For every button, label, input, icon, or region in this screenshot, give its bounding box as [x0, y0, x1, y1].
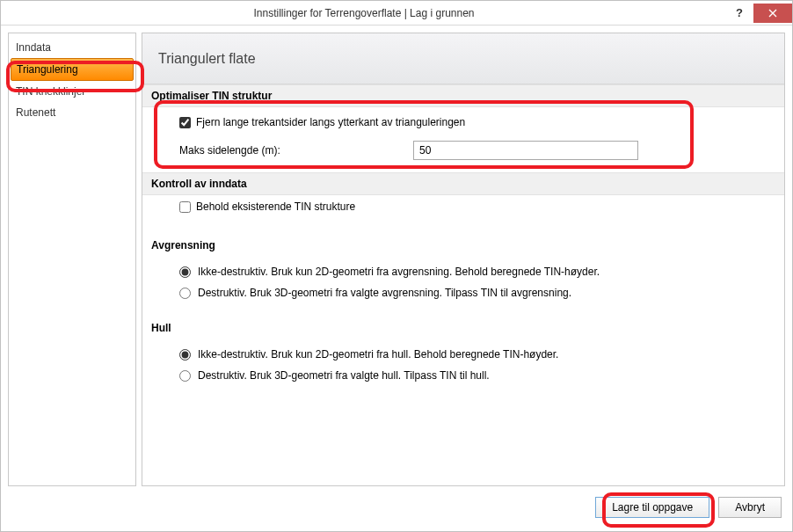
close-icon	[768, 9, 777, 18]
sidebar-item-rutenett[interactable]: Rutenett	[11, 102, 134, 123]
control-section-title: Kontroll av inndata	[142, 172, 784, 195]
max-side-length-label: Maks sidelengde (m):	[179, 144, 404, 157]
footer: Lagre til oppgave Avbryt	[1, 493, 792, 524]
keep-existing-label: Behold eksisterende TIN strukture	[196, 200, 355, 213]
main-panel: Triangulert flate Optimaliser TIN strukt…	[142, 33, 785, 486]
window-title: Innstillinger for Terrengoverflate | Lag…	[1, 7, 727, 19]
sidebar-item-tin-knekklinjer[interactable]: TIN knekklinjer	[11, 81, 134, 102]
hull-option-0-label: Ikke-destruktiv. Bruk kun 2D-geometri fr…	[198, 348, 558, 361]
optimize-section-title: Optimaliser TIN struktur	[142, 84, 784, 107]
cancel-button[interactable]: Avbryt	[718, 497, 782, 518]
avgrensning-title: Avgrensning	[142, 234, 784, 257]
remove-long-sides-checkbox[interactable]	[179, 117, 191, 128]
remove-long-sides-label: Fjern lange trekantsider langs ytterkant…	[196, 116, 465, 128]
help-button[interactable]: ?	[727, 4, 752, 23]
close-button[interactable]	[753, 4, 792, 23]
avgrensning-option-1-label: Destruktiv. Bruk 3D-geometri fra valgte …	[198, 287, 571, 299]
hull-option-0[interactable]	[179, 349, 191, 361]
sidebar-item-triangulering[interactable]: Triangulering	[11, 58, 134, 81]
max-side-length-input[interactable]	[413, 141, 638, 160]
page-heading: Triangulert flate	[142, 33, 784, 84]
hull-title: Hull	[142, 317, 784, 339]
avgrensning-option-0-label: Ikke-destruktiv. Bruk kun 2D-geometri fr…	[198, 266, 600, 278]
save-button[interactable]: Lagre til oppgave	[595, 497, 709, 518]
avgrensning-option-0[interactable]	[179, 266, 191, 278]
avgrensning-option-1[interactable]	[179, 288, 191, 299]
titlebar: Innstillinger for Terrengoverflate | Lag…	[1, 1, 792, 26]
sidebar-item-inndata[interactable]: Inndata	[11, 37, 134, 58]
hull-option-1-label: Destruktiv. Bruk 3D-geometri fra valgte …	[198, 369, 490, 382]
keep-existing-checkbox[interactable]	[179, 201, 191, 213]
hull-option-1[interactable]	[179, 370, 191, 382]
sidebar: Inndata Triangulering TIN knekklinjer Ru…	[8, 33, 136, 486]
